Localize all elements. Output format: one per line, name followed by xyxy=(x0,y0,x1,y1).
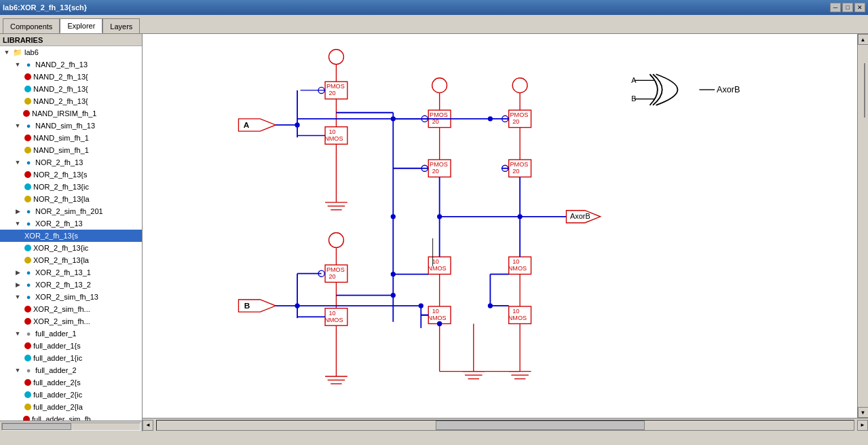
tree-item-xor2-1[interactable]: ▶ ● XOR_2_fh_13_1 xyxy=(0,266,142,279)
tab-layers[interactable]: Layers xyxy=(102,18,140,33)
red-dot xyxy=(23,110,30,117)
scroll-left-button[interactable]: ◄ xyxy=(143,420,153,431)
tree-item-nor2-3[interactable]: NOR_2_fh_13{la xyxy=(0,193,142,205)
tree-item-fa2-1[interactable]: full_adder_2{s xyxy=(0,376,142,389)
tree-item-fa-sim[interactable]: full_adder_sim_fh xyxy=(0,413,142,421)
close-button[interactable]: ✕ xyxy=(854,3,865,12)
tree-item-nand-sim[interactable]: ▼ ● NAND_sim_fh_13 xyxy=(0,120,142,132)
expand-icon: ▼ xyxy=(12,365,23,376)
eye-icon: ● xyxy=(23,328,34,339)
tree-item-xor2-la[interactable]: XOR_2_fh_13{la xyxy=(0,254,142,266)
tab-explorer[interactable]: Explorer xyxy=(60,18,102,33)
red-dot xyxy=(24,73,31,80)
eye-icon: ● xyxy=(23,218,34,229)
svg-text:AxorB: AxorB xyxy=(570,212,590,220)
spacer xyxy=(12,108,23,119)
schematic-container: PMOS 20 10 NMOS xyxy=(143,34,868,431)
sidebar: LIBRARIES ▼ 📁 lab6 ▼ ● NAND_2_fh_13 NAND… xyxy=(0,34,143,431)
svg-text:20: 20 xyxy=(512,118,519,125)
tab-components[interactable]: Components xyxy=(3,18,60,33)
tree-item-nor2-2[interactable]: NOR_2_fh_13{ic xyxy=(0,181,142,193)
main-layout: LIBRARIES ▼ 📁 lab6 ▼ ● NAND_2_fh_13 NAND… xyxy=(0,34,868,431)
svg-text:B: B xyxy=(244,301,250,310)
svg-text:10: 10 xyxy=(432,308,439,315)
svg-text:PMOS: PMOS xyxy=(430,111,448,118)
tree-item-lab6[interactable]: ▼ 📁 lab6 xyxy=(0,46,142,58)
tab-bar: Components Explorer Layers xyxy=(0,15,868,34)
expand-icon: ▼ xyxy=(1,47,12,58)
schematic-svg: PMOS 20 10 NMOS xyxy=(143,34,857,418)
svg-text:PMOS: PMOS xyxy=(326,266,345,273)
cyan-dot xyxy=(24,391,31,398)
tree-item-fa2-2[interactable]: full_adder_2{ic xyxy=(0,389,142,401)
minimize-button[interactable]: ─ xyxy=(830,3,841,12)
red-dot xyxy=(24,171,31,178)
svg-text:A: A xyxy=(631,76,637,84)
expand-icon: ▼ xyxy=(12,157,23,168)
scroll-down-button[interactable]: ▼ xyxy=(858,407,869,418)
svg-text:NMOS: NMOS xyxy=(324,135,343,142)
tree-item-nand2[interactable]: ▼ ● NAND_2_fh_13 xyxy=(0,58,142,71)
svg-point-26 xyxy=(295,122,299,127)
tree-item-full-adder1[interactable]: ▼ ● full_adder_1 xyxy=(0,327,142,340)
schematic-canvas[interactable]: PMOS 20 10 NMOS xyxy=(143,34,857,418)
horizontal-scrollbar[interactable] xyxy=(156,420,854,431)
yellow-dot xyxy=(24,147,31,154)
vertical-scrollbar[interactable]: ▲ ▼ xyxy=(857,34,868,418)
tree-item-xor2-sim-1[interactable]: XOR_2_sim_fh... xyxy=(0,303,142,315)
sidebar-hscroll-thumb[interactable] xyxy=(2,423,71,430)
cyan-dot xyxy=(24,355,31,361)
red-dot xyxy=(24,135,31,141)
tree-item-nand-sim-1[interactable]: NAND_sim_fh_1 xyxy=(0,132,142,144)
svg-text:PMOS: PMOS xyxy=(510,111,529,118)
svg-point-96 xyxy=(488,303,493,308)
sidebar-hscrollbar[interactable] xyxy=(0,421,142,431)
svg-text:10: 10 xyxy=(512,258,519,265)
svg-text:20: 20 xyxy=(329,90,336,96)
maximize-button[interactable]: □ xyxy=(842,3,853,12)
h-scroll-thumb[interactable] xyxy=(436,421,645,430)
tree-item-nand2-2[interactable]: NAND_2_fh_13{ xyxy=(0,83,142,95)
sidebar-hscroll-track[interactable] xyxy=(1,423,140,431)
bottom-bar: ◄ ► xyxy=(143,418,868,431)
svg-text:20: 20 xyxy=(512,168,519,175)
tree-item-nand2-1[interactable]: NAND_2_fh_13{ xyxy=(0,71,142,83)
tree-item-xor2-2[interactable]: ▶ ● XOR_2_fh_13_2 xyxy=(0,279,142,291)
tree-item-nor2-1[interactable]: NOR_2_fh_13{s xyxy=(0,168,142,181)
tree-item-full-adder2[interactable]: ▼ ● full_adder_2 xyxy=(0,364,142,376)
tree-item-nand2-3[interactable]: NAND_2_fh_13{ xyxy=(0,95,142,107)
expand-icon: ▶ xyxy=(12,206,23,217)
tree-item-nand-irsim[interactable]: NAND_IRSIM_fh_1 xyxy=(0,107,142,120)
svg-text:20: 20 xyxy=(329,273,336,280)
tree-item-xor2[interactable]: ▼ ● XOR_2_fh_13 xyxy=(0,217,142,230)
tree-item-xor2-sim[interactable]: ▼ ● XOR_2_sim_fh_13 xyxy=(0,291,142,303)
yellow-dot xyxy=(24,257,31,264)
tree-item-fa1-1[interactable]: full_adder_1{s xyxy=(0,340,142,352)
tree-item-xor2-sim-2[interactable]: XOR_2_sim_fh... xyxy=(0,315,142,327)
tree-item-fa1-2[interactable]: full_adder_1{ic xyxy=(0,352,142,364)
eye-icon: ● xyxy=(23,206,34,217)
cyan-dot xyxy=(24,245,31,251)
window-controls: ─ □ ✕ xyxy=(830,3,865,12)
svg-text:NMOS: NMOS xyxy=(508,315,527,321)
scroll-right-button[interactable]: ► xyxy=(857,420,868,431)
cyan-dot xyxy=(24,183,31,190)
svg-text:NMOS: NMOS xyxy=(428,265,446,272)
expand-icon: ▶ xyxy=(12,279,23,290)
tree-item-nand-sim-2[interactable]: NAND_sim_fh_1 xyxy=(0,144,142,156)
tree-item-xor2-ic[interactable]: XOR_2_fh_13{ic xyxy=(0,242,142,254)
scroll-thumb[interactable] xyxy=(864,63,865,118)
tree-item-nor2-sim[interactable]: ▶ ● NOR_2_sim_fh_201 xyxy=(0,205,142,217)
svg-text:10: 10 xyxy=(329,128,336,135)
tree-item-fa2-3[interactable]: full_adder_2{la xyxy=(0,401,142,413)
yellow-dot xyxy=(24,196,31,202)
schematic-with-scrollbar: PMOS 20 10 NMOS xyxy=(143,34,868,418)
expand-icon: ▼ xyxy=(12,328,23,339)
window-title: lab6:XOR_2_fh_13{sch} xyxy=(3,3,87,12)
sidebar-scroll[interactable]: ▼ 📁 lab6 ▼ ● NAND_2_fh_13 NAND_2_fh_13{ … xyxy=(0,46,142,421)
scroll-up-button[interactable]: ▲ xyxy=(858,34,869,45)
svg-point-89 xyxy=(391,272,396,277)
eye-icon: ● xyxy=(23,120,34,131)
tree-item-xor2-sch[interactable]: XOR_2_fh_13{s xyxy=(0,230,142,242)
tree-item-nor2[interactable]: ▼ ● NOR_2_fh_13 xyxy=(0,156,142,168)
